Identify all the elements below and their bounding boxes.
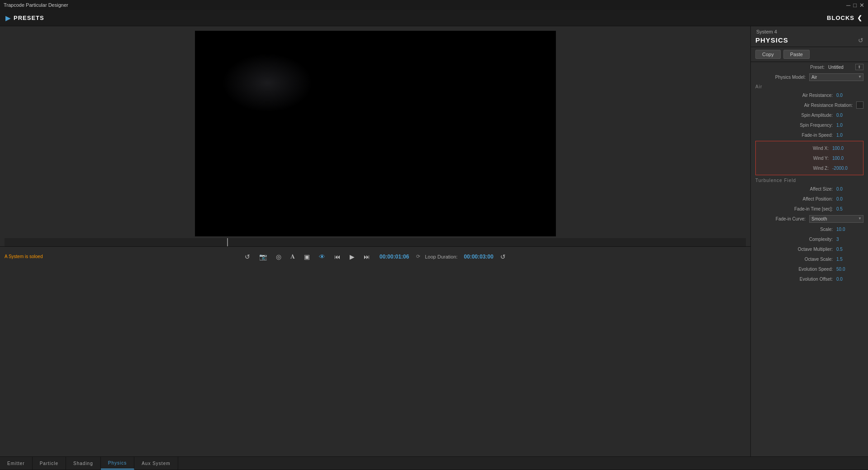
fade-in-speed-label: Fade-in Speed: <box>755 133 836 138</box>
camera-button[interactable]: 📷 <box>257 252 269 262</box>
panel-refresh-button[interactable]: ↺ <box>858 37 863 44</box>
titlebar-controls: ─ □ ✕ <box>846 2 864 9</box>
tab-physics[interactable]: Physics <box>101 457 134 470</box>
scale-label: Scale: <box>755 227 836 232</box>
wind-x-row: Wind X: 100.0 <box>759 143 859 153</box>
wind-box: Wind X: 100.0 Wind Y: 100.0 Wind Z: -200… <box>755 141 863 175</box>
loop-duration-value: 00:00:03:00 <box>464 254 493 260</box>
play-button[interactable]: ▶ <box>347 252 357 262</box>
paste-button[interactable]: Paste <box>783 50 810 59</box>
bottom-tabs-row: Emitter Particle Shading Physics Aux Sys… <box>0 457 868 470</box>
air-resistance-rotation-row: Air Resistance Rotation: <box>751 100 868 110</box>
wind-y-value[interactable]: 100.0 <box>832 156 859 161</box>
fade-in-curve-row: Fade-in Curve: Smooth <box>751 214 868 224</box>
wind-z-row: Wind Z: -2000.0 <box>759 163 859 173</box>
preset-label: Preset: <box>755 65 828 70</box>
air-resistance-rotation-label: Air Resistance Rotation: <box>755 103 856 108</box>
section-air-header: Air <box>751 82 868 90</box>
wind-z-label: Wind Z: <box>759 166 832 171</box>
region-button[interactable]: ▣ <box>302 252 312 262</box>
copy-button[interactable]: Copy <box>755 50 781 59</box>
wind-x-value[interactable]: 100.0 <box>832 146 859 151</box>
ripple-button[interactable]: ◎ <box>274 252 284 262</box>
solo-notice: A System is soloed <box>5 254 43 259</box>
copy-paste-row: Copy Paste <box>751 47 868 62</box>
evolution-speed-label: Evolution Speed: <box>755 267 836 272</box>
scale-row: Scale: 10.0 <box>751 224 868 234</box>
octave-scale-value[interactable]: 1.5 <box>836 257 863 262</box>
preset-value: Untitled <box>828 65 855 70</box>
octave-multiplier-value[interactable]: 0.5 <box>836 247 863 252</box>
physics-model-dropdown[interactable]: Air <box>809 73 863 81</box>
air-resistance-label: Air Resistance: <box>755 93 836 98</box>
evolution-offset-label: Evolution Offset: <box>755 277 836 282</box>
wind-z-value[interactable]: -2000.0 <box>832 166 859 171</box>
preset-save-button[interactable]: ⬆ <box>855 64 863 70</box>
fade-in-time-label: Fade-in Time [sec]: <box>755 206 836 211</box>
physics-model-dropdown-wrap: Air <box>809 73 863 81</box>
text-button[interactable]: 𝐀 <box>288 251 297 262</box>
complexity-value[interactable]: 3 <box>836 237 863 242</box>
fade-in-speed-row: Fade-in Speed: 1.0 <box>751 130 868 140</box>
right-panel: System 4 PHYSICS ↺ Copy Paste Preset: Un… <box>750 26 868 456</box>
eye-button[interactable]: 👁 <box>317 252 327 262</box>
spin-amplitude-label: Spin Amplitude: <box>755 113 836 118</box>
close-button[interactable]: ✕ <box>859 2 864 9</box>
blocks-chevron-icon: ❮ <box>857 14 863 21</box>
affect-position-row: Affect Position: 0.0 <box>751 194 868 204</box>
blocks-section[interactable]: BLOCKS ❮ <box>827 14 863 21</box>
octave-scale-row: Octave Scale: 1.5 <box>751 254 868 264</box>
go-start-button[interactable]: ⏮ <box>332 252 343 262</box>
app-title: Trapcode Particular Designer <box>4 2 68 8</box>
loop-icon: ⟳ <box>416 254 420 259</box>
octave-scale-label: Octave Scale: <box>755 257 836 262</box>
preview-area: A System is soloed ↺ 📷 ◎ 𝐀 ▣ 👁 ⏮ ▶ ⏭ 00:… <box>0 26 750 456</box>
fade-in-time-value[interactable]: 0.5 <box>836 206 863 211</box>
affect-size-label: Affect Size: <box>755 187 836 192</box>
evolution-speed-value[interactable]: 50.0 <box>836 267 863 272</box>
main-layout: A System is soloed ↺ 📷 ◎ 𝐀 ▣ 👁 ⏮ ▶ ⏭ 00:… <box>0 26 868 456</box>
transport-wrap: A System is soloed ↺ 📷 ◎ 𝐀 ▣ 👁 ⏮ ▶ ⏭ 00:… <box>0 246 750 266</box>
fade-in-curve-label: Fade-in Curve: <box>755 216 809 221</box>
scale-value[interactable]: 10.0 <box>836 227 863 232</box>
fade-in-curve-dropdown-wrap: Smooth <box>809 215 863 223</box>
evolution-offset-value[interactable]: 0.0 <box>836 277 863 282</box>
physics-model-row: Physics Model: Air <box>751 72 868 82</box>
spin-frequency-value[interactable]: 1.0 <box>836 123 863 128</box>
affect-position-value[interactable]: 0.0 <box>836 197 863 201</box>
spin-amplitude-row: Spin Amplitude: 0.0 <box>751 110 868 120</box>
maximize-button[interactable]: □ <box>853 2 857 9</box>
go-end-button[interactable]: ⏭ <box>361 252 372 262</box>
octave-multiplier-row: Octave Multiplier: 0.5 <box>751 244 868 254</box>
panel-system-label: System 4 <box>751 26 868 35</box>
presets-label-text: PRESETS <box>14 14 44 21</box>
timeline-indicator <box>227 238 228 246</box>
air-resistance-value[interactable]: 0.0 <box>836 93 863 98</box>
tab-aux-system[interactable]: Aux System <box>134 457 178 470</box>
physics-model-label: Physics Model: <box>755 75 809 80</box>
spin-frequency-row: Spin Frequency: 1.0 <box>751 120 868 130</box>
undo-button[interactable]: ↺ <box>242 252 252 262</box>
tab-emitter[interactable]: Emitter <box>0 457 33 470</box>
tab-shading[interactable]: Shading <box>66 457 101 470</box>
tab-particle[interactable]: Particle <box>33 457 66 470</box>
blocks-label-text: BLOCKS <box>827 14 854 21</box>
loop-reset-button[interactable]: ↺ <box>498 252 508 262</box>
bottom-area: Emitter Particle Shading Physics Aux Sys… <box>0 456 868 470</box>
spin-amplitude-value[interactable]: 0.0 <box>836 113 863 118</box>
evolution-speed-row: Evolution Speed: 50.0 <box>751 264 868 274</box>
affect-size-row: Affect Size: 0.0 <box>751 184 868 194</box>
wind-y-row: Wind Y: 100.0 <box>759 153 859 163</box>
fade-in-speed-value[interactable]: 1.0 <box>836 133 863 138</box>
timeline-bar[interactable] <box>5 238 746 246</box>
air-resistance-rotation-swatch[interactable] <box>856 101 863 109</box>
affect-size-value[interactable]: 0.0 <box>836 187 863 192</box>
presets-section[interactable]: ▶ PRESETS <box>5 14 44 22</box>
minimize-button[interactable]: ─ <box>846 2 850 9</box>
fade-in-curve-dropdown[interactable]: Smooth <box>809 215 863 223</box>
presets-arrow-icon: ▶ <box>5 14 11 22</box>
air-resistance-row: Air Resistance: 0.0 <box>751 90 868 100</box>
titlebar: Trapcode Particular Designer ─ □ ✕ <box>0 0 868 10</box>
complexity-label: Complexity: <box>755 237 836 242</box>
wind-y-label: Wind Y: <box>759 156 832 161</box>
